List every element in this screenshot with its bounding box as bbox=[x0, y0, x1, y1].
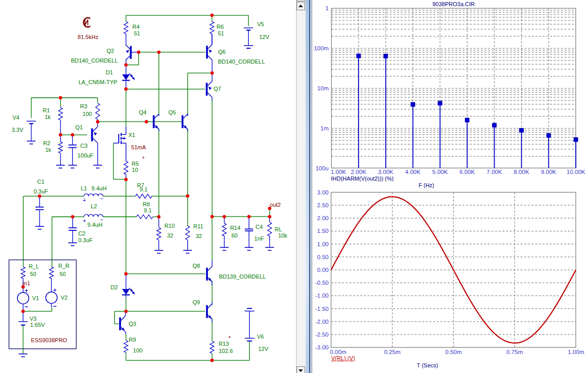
svg-text:10: 10 bbox=[132, 167, 138, 173]
svg-text:R5: R5 bbox=[131, 161, 139, 167]
svg-text:1.50: 1.50 bbox=[317, 228, 328, 234]
svg-text:10m: 10m bbox=[317, 85, 328, 91]
svg-text:-2.50: -2.50 bbox=[315, 331, 328, 338]
svg-text:0.25m: 0.25m bbox=[384, 349, 401, 355]
svg-text:60: 60 bbox=[231, 232, 238, 239]
svg-text:100: 100 bbox=[83, 111, 92, 117]
svg-text:R9: R9 bbox=[129, 337, 136, 343]
svg-text:D2: D2 bbox=[110, 284, 117, 290]
svg-text:50: 50 bbox=[30, 271, 36, 277]
svg-text:-3.00: -3.00 bbox=[315, 344, 328, 350]
svg-text:0.3uF: 0.3uF bbox=[33, 188, 48, 194]
svg-text:Q5: Q5 bbox=[168, 109, 176, 115]
svg-text:BD140_CORDELL: BD140_CORDELL bbox=[218, 58, 265, 65]
svg-text:1: 1 bbox=[325, 5, 328, 11]
svg-text:D1: D1 bbox=[106, 69, 113, 75]
svg-text:R10: R10 bbox=[164, 223, 174, 229]
svg-text:81.5kHz: 81.5kHz bbox=[77, 34, 98, 40]
svg-text:LA_CN5M-TYP: LA_CN5M-TYP bbox=[79, 79, 117, 85]
svg-text:Q8: Q8 bbox=[192, 263, 200, 269]
svg-text:1nF: 1nF bbox=[254, 235, 264, 242]
svg-text:51mA: 51mA bbox=[131, 144, 146, 150]
svg-text:L1: L1 bbox=[81, 185, 87, 191]
svg-text:R2: R2 bbox=[43, 140, 50, 146]
svg-text:C2: C2 bbox=[78, 230, 85, 237]
svg-text:C4: C4 bbox=[256, 224, 263, 230]
svg-text:-0.50: -0.50 bbox=[315, 280, 328, 286]
svg-text:1.00: 1.00 bbox=[317, 241, 328, 247]
svg-text:100uF: 100uF bbox=[77, 152, 93, 159]
svg-text:in1: in1 bbox=[23, 280, 30, 286]
svg-text:102.6: 102.6 bbox=[219, 348, 233, 354]
svg-text:R11: R11 bbox=[193, 223, 203, 229]
svg-text:ESS9038PRO: ESS9038PRO bbox=[31, 337, 67, 343]
svg-text:51: 51 bbox=[134, 30, 140, 36]
svg-text:IHD(HARM(V(out2))) (%): IHD(HARM(V(out2))) (%) bbox=[331, 175, 394, 182]
svg-text:0.00m: 0.00m bbox=[330, 349, 346, 355]
svg-text:V6: V6 bbox=[257, 333, 264, 340]
svg-text:out2: out2 bbox=[270, 202, 281, 208]
svg-text:3.00K: 3.00K bbox=[378, 169, 394, 175]
svg-text:-2.00: -2.00 bbox=[315, 319, 328, 325]
svg-text:5.00K: 5.00K bbox=[433, 169, 448, 175]
svg-text:F (Hz): F (Hz) bbox=[419, 182, 435, 188]
svg-text:100: 100 bbox=[133, 347, 142, 354]
svg-text:L2: L2 bbox=[91, 203, 97, 209]
svg-text:R_L: R_L bbox=[29, 263, 39, 269]
svg-text:BD140_CORDELL: BD140_CORDELL bbox=[71, 57, 118, 64]
svg-text:32: 32 bbox=[167, 232, 173, 239]
svg-text:0.00: 0.00 bbox=[317, 267, 328, 273]
svg-text:3.00: 3.00 bbox=[317, 189, 328, 195]
svg-text:0.3uF: 0.3uF bbox=[78, 237, 92, 243]
svg-text:*: * bbox=[142, 155, 145, 162]
svg-text:6.00K: 6.00K bbox=[459, 169, 475, 175]
svg-text:1.00K: 1.00K bbox=[330, 169, 346, 175]
svg-text:9.1: 9.1 bbox=[140, 186, 147, 192]
svg-text:*: * bbox=[228, 335, 231, 341]
svg-text:R1: R1 bbox=[43, 107, 50, 113]
svg-text:3.3V: 3.3V bbox=[12, 127, 24, 133]
svg-text:Q2: Q2 bbox=[107, 48, 114, 54]
svg-text:+: + bbox=[83, 218, 86, 224]
svg-text:-1.00: -1.00 bbox=[315, 292, 328, 299]
svg-text:12V: 12V bbox=[258, 346, 268, 352]
svg-text:R14: R14 bbox=[230, 225, 240, 231]
svg-text:V2: V2 bbox=[61, 295, 67, 301]
svg-text:V1: V1 bbox=[32, 295, 39, 301]
svg-text:0.50m: 0.50m bbox=[445, 349, 462, 355]
svg-text:1.00m: 1.00m bbox=[568, 349, 584, 355]
svg-text:10k: 10k bbox=[278, 232, 287, 239]
svg-text:0.50: 0.50 bbox=[317, 254, 328, 260]
svg-text:+: + bbox=[83, 197, 86, 203]
svg-text:100u: 100u bbox=[316, 165, 329, 171]
svg-text:10.00K: 10.00K bbox=[566, 169, 585, 175]
svg-text:R_R: R_R bbox=[58, 263, 69, 269]
svg-text:BD139_CORDELL: BD139_CORDELL bbox=[219, 273, 266, 280]
svg-text:C3: C3 bbox=[80, 143, 87, 149]
svg-text:1k: 1k bbox=[45, 147, 51, 153]
svg-text:9.1: 9.1 bbox=[144, 207, 151, 213]
svg-text:−: − bbox=[100, 217, 103, 223]
svg-text:R13: R13 bbox=[219, 341, 229, 347]
svg-text:Q1: Q1 bbox=[75, 124, 83, 130]
svg-text:Q9: Q9 bbox=[192, 299, 200, 305]
svg-text:100m: 100m bbox=[314, 45, 329, 51]
svg-text:1.65V: 1.65V bbox=[30, 322, 45, 328]
svg-text:9038PRO3a.CIR: 9038PRO3a.CIR bbox=[433, 1, 475, 7]
svg-text:12V: 12V bbox=[259, 34, 269, 40]
svg-text:9.00K: 9.00K bbox=[541, 169, 556, 175]
svg-text:2.50: 2.50 bbox=[317, 202, 328, 208]
svg-text:51: 51 bbox=[218, 30, 224, 36]
svg-text:9.4uH: 9.4uH bbox=[91, 185, 106, 191]
svg-text:Q4: Q4 bbox=[139, 109, 147, 115]
svg-text:1k: 1k bbox=[45, 114, 51, 120]
svg-text:−: − bbox=[100, 195, 103, 202]
svg-text:8.00K: 8.00K bbox=[514, 169, 529, 175]
svg-text:C1: C1 bbox=[37, 179, 44, 185]
svg-text:V3: V3 bbox=[30, 316, 36, 322]
svg-text:2.00K: 2.00K bbox=[351, 169, 366, 175]
svg-text:R4: R4 bbox=[132, 24, 140, 30]
svg-text:7.00K: 7.00K bbox=[486, 169, 502, 175]
svg-text:R6: R6 bbox=[217, 24, 224, 30]
svg-text:Q3: Q3 bbox=[129, 321, 136, 327]
